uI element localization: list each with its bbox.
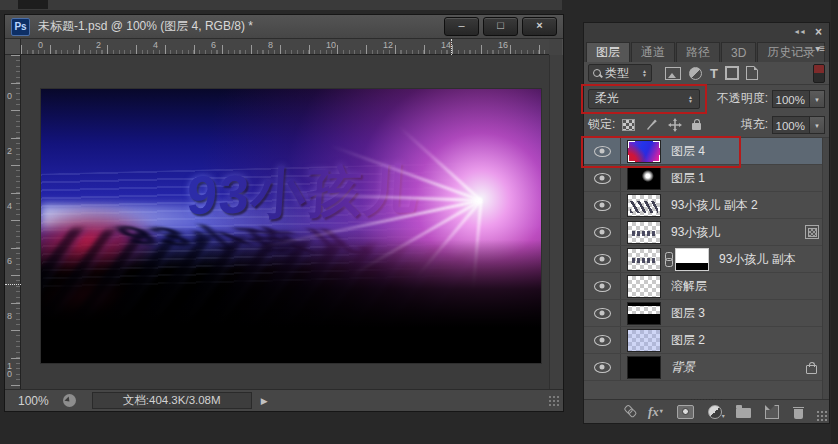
fill-value[interactable]: 100% <box>772 116 810 134</box>
eye-icon <box>594 281 611 292</box>
layer-row-layer3[interactable]: 图层 3 <box>584 300 829 327</box>
layer-visibility-toggle[interactable] <box>584 354 621 380</box>
layer-thumbnail[interactable] <box>627 356 661 379</box>
canvas-image[interactable]: 93小孩儿 93小孩儿 <box>41 89 541 363</box>
layer-name[interactable]: 93小孩儿 副本 2 <box>671 197 829 214</box>
canvas-viewport[interactable]: 93小孩儿 93小孩儿 <box>21 55 549 389</box>
layer-visibility-toggle[interactable] <box>584 300 621 326</box>
filter-pixel-layers-icon[interactable] <box>665 67 681 80</box>
layer-list-scroll-gutter[interactable] <box>822 138 829 401</box>
ruler-tick-label: 12 <box>383 40 393 50</box>
layer-visibility-toggle[interactable] <box>584 219 621 245</box>
layer-thumbnail[interactable] <box>627 302 661 325</box>
layer-row-93copy[interactable]: 93小孩儿 副本 <box>584 246 829 273</box>
layer-style-fx-icon[interactable]: fx <box>648 405 663 418</box>
blend-mode-dropdown[interactable]: 柔光 ▲▼ <box>588 89 700 109</box>
new-adjustment-layer-icon[interactable] <box>708 405 722 419</box>
panel-drag-handle[interactable] <box>690 398 724 401</box>
close-panel-icon[interactable]: × <box>815 27 822 37</box>
eye-icon <box>594 200 611 211</box>
layer-row-layer1[interactable]: 图层 1 <box>584 165 829 192</box>
layer-thumbnail[interactable] <box>627 167 661 190</box>
layer-row-93copy2[interactable]: 93小孩儿 副本 2 <box>584 192 829 219</box>
ruler-tick-label: 8 <box>7 312 14 320</box>
opacity-dropdown-arrow[interactable]: ▼ <box>810 90 825 108</box>
filter-shape-layers-icon[interactable] <box>726 67 738 79</box>
lock-image-brush-icon[interactable] <box>645 118 658 131</box>
filter-type-label: 类型 <box>605 65 629 82</box>
tab-layers[interactable]: 图层 <box>586 42 630 62</box>
link-layers-icon[interactable] <box>623 404 638 419</box>
filter-type-layers-icon[interactable]: T <box>710 67 718 80</box>
eye-icon <box>594 308 611 319</box>
layer-visibility-toggle[interactable] <box>584 165 621 191</box>
layer-thumbnail[interactable] <box>627 221 661 244</box>
layer-thumbnail[interactable] <box>627 275 661 298</box>
vertical-scrollbar[interactable] <box>549 55 563 389</box>
add-layer-mask-icon[interactable] <box>677 405 694 419</box>
light-ray <box>330 144 481 202</box>
fill-label: 填充: <box>741 116 768 133</box>
light-ray <box>350 199 481 277</box>
layer-row-layer4[interactable]: 图层 4 <box>584 138 829 165</box>
layer-row-layer2[interactable]: 图层 2 <box>584 327 829 354</box>
layer-visibility-toggle[interactable] <box>584 327 621 353</box>
document-title: 未标题-1.psd @ 100% (图层 4, RGB/8) * <box>38 18 440 35</box>
opacity-value[interactable]: 100% <box>772 90 810 108</box>
layer-thumbnail[interactable] <box>627 194 661 217</box>
filter-smart-objects-icon[interactable] <box>746 66 758 80</box>
lock-transparency-icon[interactable] <box>622 119 635 131</box>
layer-row-background[interactable]: 背景 <box>584 354 829 381</box>
filtering-on-off-toggle[interactable] <box>813 64 825 83</box>
layer-name[interactable]: 图层 1 <box>671 170 829 187</box>
lock-all-icon[interactable] <box>692 123 701 130</box>
panel-bottom-toolbar: fx <box>584 399 829 423</box>
filter-adjustment-layers-icon[interactable] <box>689 67 702 80</box>
collapse-panel-icon[interactable]: ◄◄ <box>793 28 805 35</box>
layer-thumbnail[interactable] <box>627 329 661 352</box>
document-info-field[interactable]: 文档:404.3K/3.08M <box>92 392 252 409</box>
window-resize-grip[interactable] <box>548 395 561 408</box>
layer-row-93[interactable]: 93小孩儿 <box>584 219 829 246</box>
new-layer-icon[interactable] <box>765 405 779 419</box>
minimize-button[interactable]: – <box>444 17 479 36</box>
layer-name[interactable]: 溶解层 <box>671 278 829 295</box>
layer-visibility-toggle[interactable] <box>584 246 621 272</box>
zoom-level[interactable]: 100% <box>18 394 49 408</box>
layer-visibility-toggle[interactable] <box>584 273 621 299</box>
layer-name[interactable]: 图层 3 <box>671 305 829 322</box>
panel-resize-grip[interactable] <box>816 410 828 422</box>
layer-name[interactable]: 93小孩儿 <box>671 224 805 241</box>
fill-dropdown-arrow[interactable]: ▼ <box>810 116 825 134</box>
new-group-icon[interactable] <box>736 408 751 418</box>
close-button[interactable]: × <box>522 17 557 36</box>
tab-paths[interactable]: 路径 <box>676 42 720 62</box>
artwork-text-shadow: 93小孩儿 <box>101 217 384 262</box>
panel-menu-icon[interactable]: ▾≡ <box>815 43 824 54</box>
layer-thumbnail[interactable] <box>627 140 661 163</box>
layer-name[interactable]: 图层 4 <box>671 143 829 160</box>
eye-icon <box>594 254 611 265</box>
maximize-button[interactable]: □ <box>483 17 518 36</box>
layer-name[interactable]: 93小孩儿 副本 <box>719 251 829 268</box>
tab-3d[interactable]: 3D <box>721 42 756 62</box>
tab-channels[interactable]: 通道 <box>631 42 675 62</box>
layer-mask-thumbnail[interactable] <box>675 248 709 271</box>
status-expand-arrow[interactable]: ▶ <box>261 396 268 406</box>
layer-visibility-toggle[interactable] <box>584 138 621 164</box>
layer-visibility-toggle[interactable] <box>584 192 621 218</box>
delete-layer-icon[interactable] <box>793 407 804 419</box>
lock-position-move-icon[interactable] <box>668 118 682 132</box>
status-bar: 100% 文档:404.3K/3.08M ▶ <box>5 389 563 411</box>
ruler-tick-label: 8 <box>268 40 273 50</box>
ruler-corner[interactable] <box>5 39 21 55</box>
layer-name[interactable]: 背景 <box>671 359 806 376</box>
ruler-cursor-marker <box>451 39 453 55</box>
filter-type-dropdown[interactable]: 类型 ▲▼ <box>588 64 652 82</box>
layer-name[interactable]: 图层 2 <box>671 332 829 349</box>
canvas-shadow-streaks <box>41 228 485 335</box>
layer-thumbnail[interactable] <box>627 248 661 271</box>
layer-row-dissolve[interactable]: 溶解层 <box>584 273 829 300</box>
panel-tab-bar: 图层 通道 路径 3D 历史记录 ▾≡ <box>584 40 829 62</box>
document-titlebar[interactable]: Ps 未标题-1.psd @ 100% (图层 4, RGB/8) * – □ … <box>5 15 563 39</box>
